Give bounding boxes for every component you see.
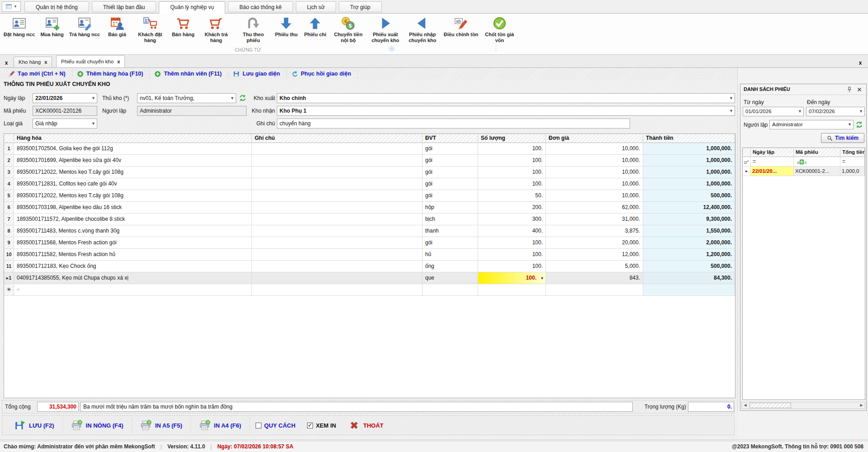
scrollbar-thumb[interactable] xyxy=(749,403,791,408)
cell-ghi-chu[interactable] xyxy=(252,261,422,272)
cell-don-gia[interactable]: 3,875. xyxy=(546,225,643,237)
row-header-cell[interactable]: 4 xyxy=(4,178,14,190)
cell-don-gia[interactable]: 31,000. xyxy=(546,214,643,225)
cell-don-gia[interactable]: 10,000. xyxy=(546,190,643,202)
cell-thanh-tien[interactable]: 12,400,000. xyxy=(643,202,735,214)
cell-ghi-chu[interactable] xyxy=(252,202,422,214)
footer-button[interactable]: ? IN A5 (F5) xyxy=(132,418,191,433)
horizontal-scrollbar[interactable]: ◀ ▶ xyxy=(741,402,865,409)
cell-hang-hoa[interactable]: 18935001711572, Alpenlibe chocolibe 8 st… xyxy=(14,214,252,225)
nguoi-lap-field[interactable]: Administrator xyxy=(137,106,247,116)
tab-phieu-xuat-chuyen-kho[interactable]: Phiếu xuất chuyển khox xyxy=(56,55,125,67)
cell-don-gia[interactable]: 62,000. xyxy=(546,202,643,214)
cell-thanh-tien[interactable]: 9,300,000. xyxy=(643,214,735,225)
ribbon-button[interactable]: Khách đặt hàng xyxy=(132,16,169,43)
cell-hang-hoa[interactable]: 8935001711582, Mentos Fresh action hủ xyxy=(14,249,252,261)
cell-dvt[interactable]: bịch xyxy=(422,214,478,225)
cell-dvt[interactable]: gói xyxy=(422,155,478,167)
menu-tab[interactable]: Báo cáo thống kê xyxy=(228,1,293,12)
close-icon[interactable]: x xyxy=(44,59,47,65)
cell-don-gia[interactable]: 5,000. xyxy=(546,261,643,272)
menu-tab[interactable]: Quản lý nghiệp vụ xyxy=(159,1,225,14)
cell-ghi-chu[interactable] xyxy=(252,249,422,261)
cell-ghi-chu[interactable] xyxy=(252,284,422,296)
cell-dvt[interactable]: gói xyxy=(422,237,478,249)
cell-so-luong[interactable]: 100. xyxy=(478,143,546,155)
ribbon-group-options-icon[interactable] xyxy=(389,46,394,52)
cell-don-gia[interactable]: 10,000. xyxy=(546,155,643,167)
loai-gia-field[interactable]: Giá nhập▼ xyxy=(33,119,97,128)
tu-ngay-field[interactable]: 01/01/2026▼ xyxy=(743,107,804,116)
checkbox[interactable] xyxy=(256,423,261,428)
ghi-chu-field[interactable]: chuyển hàng xyxy=(277,119,630,128)
column-ma-phieu[interactable]: Mã phiếu xyxy=(794,148,840,157)
ribbon-button[interactable]: Phiếu chi xyxy=(301,16,330,38)
cell-hang-hoa[interactable]: 8935001703198, Alpenlibe kẹo dâu 16 stic… xyxy=(14,202,252,214)
close-tab-icon[interactable]: x xyxy=(856,60,865,66)
close-icon[interactable] xyxy=(856,86,863,93)
column-don-gia[interactable]: Đơn giá xyxy=(546,134,643,143)
row-header-cell[interactable]: 6 xyxy=(4,202,14,214)
cell-dvt[interactable]: thanh xyxy=(422,225,478,237)
exit-button[interactable]: THOÁT xyxy=(342,418,390,433)
cell-hang-hoa[interactable]: 8935001712183, Kẹo Chock ống xyxy=(14,261,252,272)
new-item-row[interactable]: ✳ -: xyxy=(4,284,735,296)
cell-ghi-chu[interactable] xyxy=(252,155,422,167)
ngay-lap-field[interactable]: 22/01/2026▼ xyxy=(33,93,97,103)
cell-don-gia[interactable]: 10,000. xyxy=(546,178,643,190)
cell-thanh-tien[interactable]: 1,200,000. xyxy=(643,249,735,261)
column-hang-hoa[interactable]: Hàng hóa xyxy=(14,134,252,143)
cell-thanh-tien[interactable]: 84,300. xyxy=(643,272,735,284)
row-header-cell[interactable]: 2 xyxy=(4,155,14,167)
cell-so-luong[interactable]: 200. xyxy=(478,202,546,214)
ribbon-button[interactable]: Khách trả hàng xyxy=(198,16,235,43)
cell-don-gia[interactable]: 843. xyxy=(546,272,643,284)
row-header-cell[interactable]: 5 xyxy=(4,190,14,202)
cell-hang-hoa[interactable]: -: xyxy=(14,284,252,296)
column-tong-tien[interactable]: Tổng tiền xyxy=(840,148,865,157)
cell-hang-hoa[interactable]: 8935001701699, Alpenlibe kẹo sữa gói 40v xyxy=(14,155,252,167)
refresh-icon[interactable] xyxy=(239,94,247,102)
footer-button[interactable]: ? IN A4 (F6) xyxy=(191,418,250,433)
cell-hang-hoa[interactable]: 8935001711568, Mentos Fresh action gói xyxy=(14,237,252,249)
column-so-luong[interactable]: Số lượng xyxy=(478,134,546,143)
ribbon-button[interactable]: Phiếu nhập chuyển kho xyxy=(404,16,441,43)
cell-ghi-chu[interactable] xyxy=(252,214,422,225)
cell-ghi-chu[interactable] xyxy=(252,225,422,237)
cell-ghi-chu[interactable] xyxy=(252,237,422,249)
cell-ghi-chu[interactable] xyxy=(252,190,422,202)
checkbox-item[interactable]: XEM IN xyxy=(301,418,342,433)
cell-hang-hoa[interactable]: 8935001712831, Cofitos kẹo cafe gói 40v xyxy=(14,178,252,190)
cell-dvt[interactable]: gói xyxy=(422,143,478,155)
chevron-down-icon[interactable]: ▼ xyxy=(848,120,852,129)
app-menu-button[interactable]: ▼ xyxy=(2,1,21,12)
cell-so-luong[interactable]: 100. xyxy=(478,178,546,190)
cell-dvt[interactable]: hủ xyxy=(422,249,478,261)
cell-hang-hoa[interactable]: 8935001712022, Mentos kẹo T.cây gói 108g xyxy=(14,167,252,178)
filter-ma-phieu-abc-icon[interactable]: aBc xyxy=(794,157,840,167)
den-ngay-field[interactable]: 07/02/2026▼ xyxy=(806,107,865,116)
cell-so-luong[interactable] xyxy=(478,284,546,296)
cell-ma-phieu[interactable]: XCK00001-2... xyxy=(794,167,840,176)
cell-hang-hoa[interactable]: 04091714385055, Kẹo mút Chupa chups xá x… xyxy=(14,272,252,284)
scroll-right-icon[interactable]: ▶ xyxy=(858,402,865,409)
ribbon-button[interactable]: Phiếu thu xyxy=(272,16,301,38)
cell-dvt[interactable]: hộp xyxy=(422,202,478,214)
column-ghi-chu[interactable]: Ghi chú xyxy=(252,134,422,143)
footer-button[interactable]: LƯU (F2) xyxy=(6,418,63,433)
cell-thanh-tien[interactable]: 1,000,000. xyxy=(643,143,735,155)
cell-thanh-tien[interactable]: 500,000. xyxy=(643,261,735,272)
ribbon-button[interactable]: Bán hàng xyxy=(169,16,198,38)
close-tab-icon[interactable]: x xyxy=(2,60,11,66)
cell-so-luong[interactable]: 100. xyxy=(478,155,546,167)
column-dvt[interactable]: ĐVT xyxy=(422,134,478,143)
cell-ghi-chu[interactable] xyxy=(252,178,422,190)
column-ngay-lap[interactable]: Ngày lập xyxy=(751,148,794,157)
chevron-down-icon[interactable]: ▼ xyxy=(798,107,802,116)
cell-thanh-tien[interactable]: 1,000,000. xyxy=(643,178,735,190)
cell-thanh-tien[interactable]: 1,000,000. xyxy=(643,155,735,167)
chevron-down-icon[interactable]: ▼ xyxy=(729,107,733,115)
cell-dvt[interactable]: ống xyxy=(422,261,478,272)
nguoi-lap-filter-field[interactable]: Administrator▼ xyxy=(769,120,854,129)
ribbon-button[interactable]: Chốt tồn giá vốn xyxy=(481,16,518,43)
